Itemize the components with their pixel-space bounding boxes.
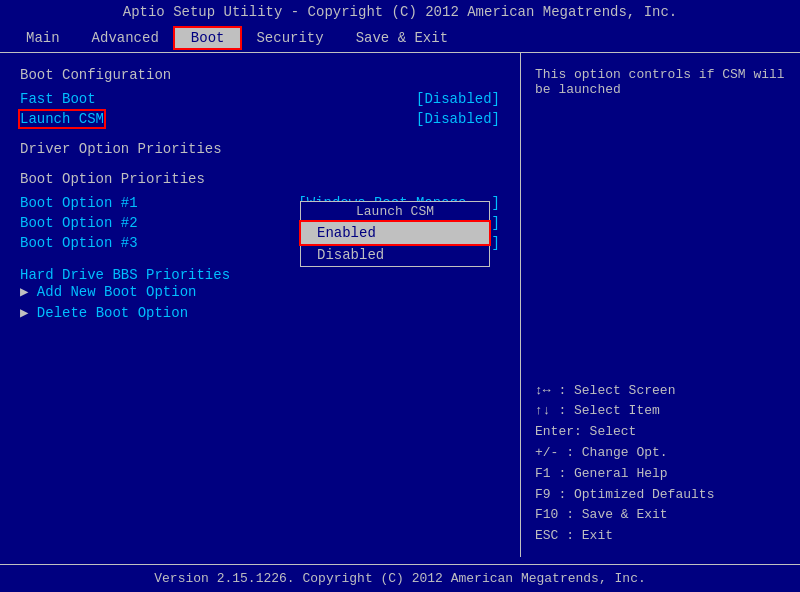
key-f10: F10 : Save & Exit: [535, 505, 714, 526]
boot-option-title: Boot Option Priorities: [20, 171, 500, 187]
key-arrows-item: ↑↓: [535, 403, 551, 418]
bottom-text: Version 2.15.1226. Copyright (C) 2012 Am…: [154, 571, 645, 586]
title-text: Aptio Setup Utility - Copyright (C) 2012…: [123, 4, 678, 20]
launch-csm-label[interactable]: Launch CSM: [20, 111, 104, 127]
launch-csm-dropdown[interactable]: Launch CSM Enabled Disabled: [300, 201, 490, 267]
fast-boot-row: Fast Boot [Disabled]: [20, 91, 500, 107]
boot-option-1-label[interactable]: Boot Option #1: [20, 195, 138, 211]
menu-save-exit[interactable]: Save & Exit: [340, 28, 464, 48]
help-text: This option controls if CSM will be laun…: [535, 67, 786, 97]
key-enter: Enter: Select: [535, 422, 714, 443]
boot-option-2-label[interactable]: Boot Option #2: [20, 215, 138, 231]
dropdown-enabled[interactable]: Enabled: [301, 222, 489, 244]
bottom-bar: Version 2.15.1226. Copyright (C) 2012 Am…: [0, 564, 800, 592]
left-panel: Boot Configuration Fast Boot [Disabled] …: [0, 53, 520, 557]
delete-boot-option[interactable]: Delete Boot Option: [20, 304, 500, 321]
menu-boot[interactable]: Boot: [175, 28, 241, 48]
menu-bar: Main Advanced Boot Security Save & Exit: [0, 24, 800, 53]
key-f1: F1 : General Help: [535, 464, 714, 485]
driver-option-label: Driver Option Priorities: [20, 141, 222, 157]
key-esc: ESC : Exit: [535, 526, 714, 547]
key-select-item: ↑↓ : Select Item: [535, 401, 714, 422]
boot-config-title: Boot Configuration: [20, 67, 500, 83]
fast-boot-value: [Disabled]: [416, 91, 500, 107]
hard-drive-row[interactable]: Hard Drive BBS Priorities: [20, 267, 500, 283]
main-layout: Boot Configuration Fast Boot [Disabled] …: [0, 53, 800, 557]
launch-csm-value: [Disabled]: [416, 111, 500, 127]
right-panel: This option controls if CSM will be laun…: [520, 53, 800, 557]
key-plusminus: +/- : Change Opt.: [535, 443, 714, 464]
fast-boot-label[interactable]: Fast Boot: [20, 91, 96, 107]
key-f9: F9 : Optimized Defaults: [535, 485, 714, 506]
key-select-screen: ↕↔ : Select Screen: [535, 381, 714, 402]
boot-option-label: Boot Option Priorities: [20, 171, 205, 187]
hard-drive-label[interactable]: Hard Drive BBS Priorities: [20, 267, 230, 283]
menu-main[interactable]: Main: [10, 28, 76, 48]
driver-option-title: Driver Option Priorities: [20, 141, 500, 157]
launch-csm-row: Launch CSM [Disabled]: [20, 111, 500, 127]
dropdown-disabled[interactable]: Disabled: [301, 244, 489, 266]
add-boot-option[interactable]: Add New Boot Option: [20, 283, 500, 300]
title-bar: Aptio Setup Utility - Copyright (C) 2012…: [0, 0, 800, 24]
boot-option-3-label[interactable]: Boot Option #3: [20, 235, 138, 251]
menu-security[interactable]: Security: [240, 28, 339, 48]
dropdown-title: Launch CSM: [301, 202, 489, 222]
key-arrows-screen: ↕↔: [535, 383, 551, 398]
menu-advanced[interactable]: Advanced: [76, 28, 175, 48]
key-help: ↕↔ : Select Screen ↑↓ : Select Item Ente…: [535, 381, 714, 547]
